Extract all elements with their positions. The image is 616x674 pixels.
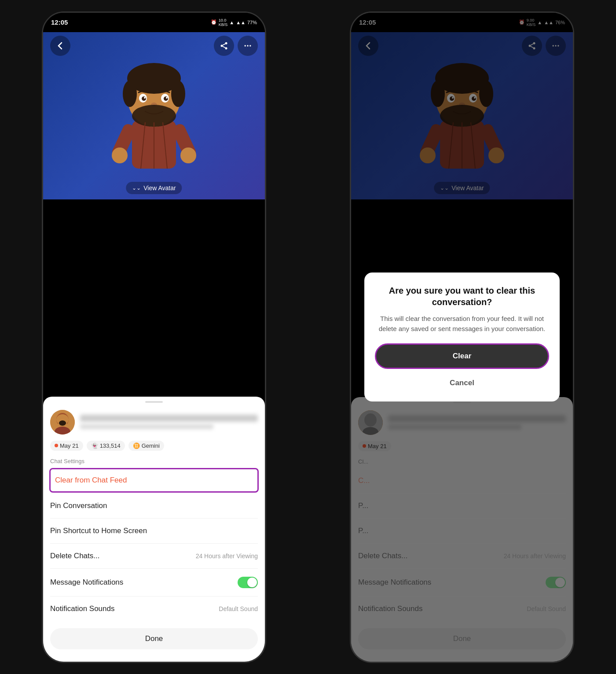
snap-ghost-icon: 👻 [91, 442, 98, 449]
left-bitmoji [101, 54, 207, 177]
alarm-icon: ⏰ [211, 19, 217, 25]
svg-point-22 [144, 97, 146, 99]
left-sounds-value: Default Sound [219, 605, 258, 612]
left-time: 12:05 [51, 18, 68, 26]
left-done-label: Done [145, 634, 163, 643]
left-clear-label: Clear from Chat Feed [55, 476, 127, 485]
right-modal-clear-button[interactable]: Clear [375, 343, 549, 369]
svg-point-2 [225, 47, 227, 49]
wifi-icon: ▲ [229, 20, 234, 25]
left-menu-sounds[interactable]: Notification Sounds Default Sound [50, 597, 258, 621]
left-profile-texts [80, 415, 258, 429]
svg-point-34 [59, 420, 66, 426]
left-tag-zodiac: ♊ Gemini [128, 441, 164, 451]
left-menu-items: Clear from Chat Feed Pin Conversation Pi… [43, 468, 265, 621]
left-menu-notifications[interactable]: Message Notifications [50, 569, 258, 597]
svg-point-0 [225, 42, 227, 44]
gemini-icon: ♊ [133, 442, 140, 449]
right-modal-clear-label: Clear [453, 352, 472, 360]
left-share-button[interactable] [214, 36, 234, 56]
left-sheet-handle [145, 401, 163, 403]
left-status-icons: ⏰ 10.0KB/S ▲ ▲▲ 77% [211, 18, 257, 27]
left-menu-pin-conversation[interactable]: Pin Conversation [50, 494, 258, 519]
view-avatar-chevron-icon: ⌄⌄ [132, 185, 141, 191]
right-modal-title: Are you sure you want to clear this conv… [375, 285, 549, 308]
left-tag-zodiac-label: Gemini [142, 442, 160, 449]
right-phone-frame: 12:05 ⏰ 9.00KB/S ▲ ▲▲ 76% [350, 11, 574, 663]
battery-left: 77% [247, 20, 257, 25]
left-delete-chats-label: Delete Chats... [50, 552, 99, 560]
right-modal-cancel-button[interactable]: Cancel [375, 373, 549, 393]
svg-point-23 [166, 97, 168, 99]
right-modal-card: Are you sure you want to clear this conv… [364, 273, 560, 401]
svg-point-20 [142, 96, 146, 101]
left-toggle-track[interactable] [238, 577, 258, 588]
svg-point-16 [123, 81, 137, 107]
left-avatar-top-bar [43, 32, 265, 59]
svg-line-4 [223, 44, 225, 45]
svg-point-12 [180, 147, 196, 163]
left-delete-chats-value: 24 Hours after Viewing [196, 552, 258, 560]
signal-icon: ▲▲ [236, 20, 246, 25]
svg-point-7 [249, 45, 251, 46]
left-more-button[interactable] [238, 36, 258, 56]
right-modal-overlay: Are you sure you want to clear this conv… [351, 13, 573, 662]
left-profile-avatar [50, 410, 75, 435]
left-profile-row [43, 406, 265, 439]
left-menu-pin-shortcut[interactable]: Pin Shortcut to Home Screen [50, 519, 258, 544]
left-tags-row: May 21 👻 133,514 ♊ Gemini [43, 439, 265, 455]
left-top-right-buttons [214, 36, 258, 56]
left-bottom-sheet: May 21 👻 133,514 ♊ Gemini Chat S [43, 397, 265, 662]
left-status-bar: 12:05 ⏰ 10.0KB/S ▲ ▲▲ 77% [43, 13, 265, 32]
left-sounds-label: Notification Sounds [50, 604, 114, 613]
left-toggle-thumb [247, 578, 257, 587]
svg-line-3 [223, 46, 225, 48]
left-profile-name [80, 415, 258, 422]
left-menu-delete-chats[interactable]: Delete Chats... 24 Hours after Viewing [50, 544, 258, 569]
left-view-avatar-btn[interactable]: ⌄⌄ View Avatar [126, 182, 182, 194]
speed-icon: 10.0KB/S [219, 18, 228, 27]
left-back-button[interactable] [50, 36, 70, 56]
left-tag-snap: 👻 133,514 [87, 441, 125, 451]
left-done-button[interactable]: Done [50, 628, 258, 649]
svg-point-1 [221, 44, 223, 47]
left-tag-dot [55, 444, 58, 447]
left-settings-label: Chat Settings [50, 458, 258, 467]
left-tag-date-label: May 21 [60, 442, 79, 449]
right-modal-body: This will clear the conversation from yo… [375, 314, 549, 334]
svg-point-5 [245, 45, 246, 46]
left-notifications-label: Message Notifications [50, 578, 123, 587]
left-pin-shortcut-label: Pin Shortcut to Home Screen [50, 527, 147, 535]
svg-point-6 [247, 45, 248, 46]
right-modal-cancel-label: Cancel [450, 379, 474, 387]
svg-point-21 [164, 96, 168, 101]
left-menu-clear[interactable]: Clear from Chat Feed [49, 468, 259, 493]
left-pin-conv-label: Pin Conversation [50, 501, 107, 510]
left-view-avatar-label: View Avatar [143, 184, 176, 192]
left-phone-frame: 12:05 ⏰ 10.0KB/S ▲ ▲▲ 77% [42, 11, 266, 663]
left-profile-sub [80, 424, 213, 429]
left-settings-section: Chat Settings [43, 455, 265, 468]
left-avatar-area: ⌄⌄ View Avatar [43, 32, 265, 199]
left-tag-snap-label: 133,514 [100, 442, 121, 449]
svg-point-11 [112, 147, 128, 163]
svg-point-17 [171, 81, 185, 107]
left-tag-date: May 21 [50, 441, 83, 451]
